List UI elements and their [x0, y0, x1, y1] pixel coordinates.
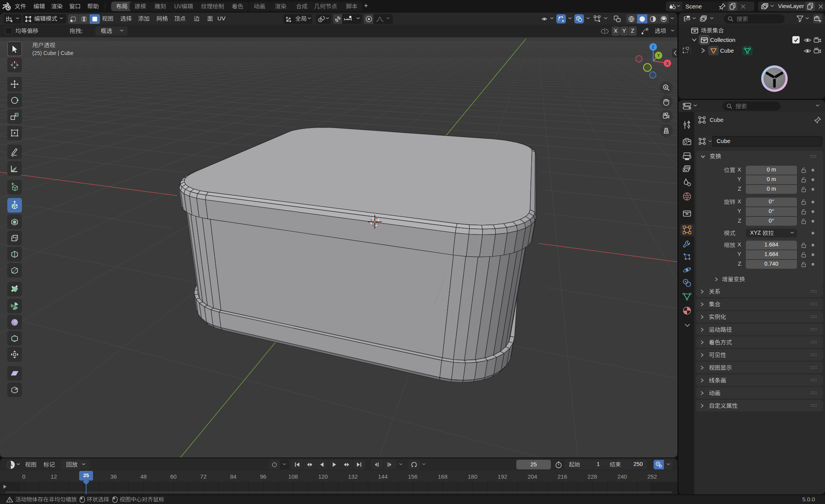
- svg-text:X: X: [666, 61, 669, 66]
- svg-text:Y: Y: [657, 53, 660, 58]
- svg-text:Z: Z: [652, 45, 654, 49]
